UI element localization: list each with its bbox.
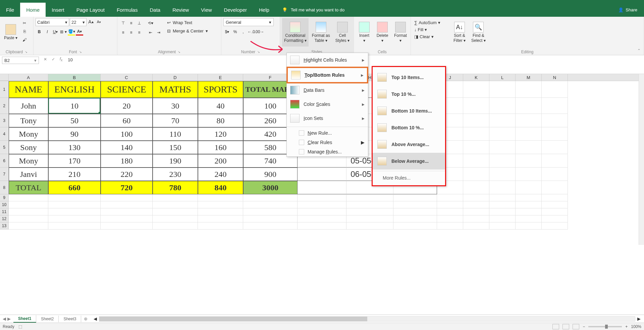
column-header-L[interactable]: L — [489, 74, 516, 81]
cell[interactable] — [463, 181, 489, 194]
cell[interactable]: 70 — [153, 114, 198, 127]
row-header-1[interactable]: 1 — [0, 81, 9, 98]
cell[interactable] — [243, 208, 298, 215]
column-header-D[interactable]: D — [153, 74, 198, 81]
cell[interactable]: 80 — [198, 114, 243, 127]
cell[interactable] — [463, 168, 489, 181]
cell[interactable] — [489, 168, 516, 181]
cell[interactable]: 30 — [153, 98, 198, 114]
cell[interactable] — [298, 201, 346, 208]
cell[interactable] — [542, 81, 568, 98]
cell[interactable] — [298, 222, 346, 229]
fill-color-button[interactable]: 🪣▾ — [68, 28, 75, 36]
cell[interactable] — [48, 201, 101, 208]
column-header-A[interactable]: A — [9, 74, 48, 81]
cell[interactable] — [542, 114, 568, 127]
row-header-11[interactable]: 11 — [0, 208, 9, 215]
cell[interactable] — [489, 81, 516, 98]
cell[interactable] — [101, 194, 153, 201]
cell[interactable] — [48, 208, 101, 215]
tab-page-layout[interactable]: Page Layout — [70, 3, 111, 17]
decrease-indent-button[interactable]: ⇤ — [147, 29, 154, 36]
cell[interactable] — [542, 154, 568, 168]
enter-formula-icon[interactable]: ✓ — [50, 57, 56, 62]
row-header-3[interactable]: 3 — [0, 114, 9, 127]
cell[interactable]: 100 — [101, 127, 153, 141]
cell[interactable] — [153, 215, 198, 222]
cell[interactable] — [393, 208, 437, 215]
cell[interactable]: 660 — [48, 181, 101, 194]
cell[interactable] — [516, 201, 542, 208]
cell-styles-button[interactable]: CellStyles ▾ — [333, 18, 352, 47]
sort-filter-button[interactable]: A↓ Sort &Filter ▾ — [451, 18, 468, 47]
cell[interactable] — [198, 222, 243, 229]
cell[interactable] — [516, 141, 542, 154]
column-header-K[interactable]: K — [463, 74, 489, 81]
cell[interactable] — [489, 114, 516, 127]
tab-home[interactable]: Home — [20, 3, 46, 17]
percent-format-button[interactable]: % — [231, 28, 239, 36]
cell[interactable] — [516, 168, 542, 181]
cell[interactable]: 90 — [48, 127, 101, 141]
cell[interactable] — [298, 208, 346, 215]
row-header-2[interactable]: 2 — [0, 98, 9, 114]
find-select-button[interactable]: 🔍 Find &Select ▾ — [469, 18, 488, 47]
cell[interactable] — [243, 201, 298, 208]
cell[interactable]: 220 — [101, 168, 153, 181]
wrap-text-button[interactable]: ↩Wrap Text — [166, 19, 209, 26]
cell[interactable] — [346, 201, 393, 208]
clear-button[interactable]: ◨Clear ▾ — [413, 34, 450, 40]
cell[interactable]: MATHS — [153, 81, 198, 98]
cell[interactable]: 170 — [48, 154, 101, 168]
cell[interactable] — [101, 201, 153, 208]
tb-bottom-10-percent[interactable]: Bottom 10 %... — [373, 119, 445, 136]
cell[interactable] — [489, 194, 516, 201]
cf-color-scales[interactable]: Color ScalesColor Scales ▶ — [287, 97, 368, 111]
cell[interactable] — [516, 81, 542, 98]
number-dialog-launcher[interactable]: ↘ — [257, 50, 260, 54]
cell[interactable]: 240 — [198, 168, 243, 181]
format-as-table-button[interactable]: Format asTable ▾ — [310, 18, 332, 47]
cell[interactable]: 190 — [153, 154, 198, 168]
cell[interactable]: NAME — [9, 81, 48, 98]
cf-highlight-cells-rules[interactable]: HHighlight Cells Rulesighlight Cells Rul… — [287, 53, 368, 67]
conditional-formatting-button[interactable]: ConditionalFormatting ▾ — [282, 18, 309, 47]
column-header-N[interactable]: N — [542, 74, 568, 81]
alignment-dialog-launcher[interactable]: ↘ — [178, 50, 180, 54]
cell[interactable] — [489, 201, 516, 208]
cell[interactable]: Mony — [9, 127, 48, 141]
cell[interactable] — [437, 215, 463, 222]
tab-data[interactable]: Data — [144, 3, 166, 17]
tb-above-average[interactable]: Above Average... — [373, 136, 445, 153]
increase-font-button[interactable]: A▴ — [87, 18, 95, 25]
font-size-select[interactable]: 22▾ — [70, 18, 87, 26]
cell[interactable]: 110 — [153, 127, 198, 141]
name-box[interactable]: B2▾ — [2, 57, 39, 64]
cell[interactable] — [393, 215, 437, 222]
cell[interactable]: 840 — [198, 181, 243, 194]
row-header-13[interactable]: 13 — [0, 222, 9, 229]
cell[interactable]: 180 — [101, 154, 153, 168]
cell[interactable]: 60 — [101, 114, 153, 127]
cell[interactable] — [542, 201, 568, 208]
column-header-E[interactable]: E — [198, 74, 243, 81]
tb-bottom-10-items[interactable]: Bottom 10 Items... — [373, 103, 445, 119]
tb-below-average[interactable]: Below Average... — [373, 153, 445, 170]
cell[interactable] — [437, 208, 463, 215]
format-painter-button[interactable]: 🖌 — [21, 36, 28, 44]
increase-decimal-button[interactable]: ←.0 — [248, 28, 255, 36]
cell[interactable] — [463, 81, 489, 98]
cell[interactable] — [153, 201, 198, 208]
cell[interactable]: 40 — [198, 98, 243, 114]
cell[interactable] — [516, 181, 542, 194]
cell[interactable] — [101, 208, 153, 215]
cell[interactable] — [346, 194, 393, 201]
cell[interactable] — [463, 154, 489, 168]
cell[interactable] — [463, 222, 489, 229]
cell[interactable] — [489, 215, 516, 222]
increase-indent-button[interactable]: ⇥ — [155, 29, 162, 36]
row-header-12[interactable]: 12 — [0, 215, 9, 222]
font-name-select[interactable]: Calibri▾ — [36, 18, 69, 26]
cell[interactable] — [393, 201, 437, 208]
cell[interactable]: TOTAL — [9, 181, 48, 194]
